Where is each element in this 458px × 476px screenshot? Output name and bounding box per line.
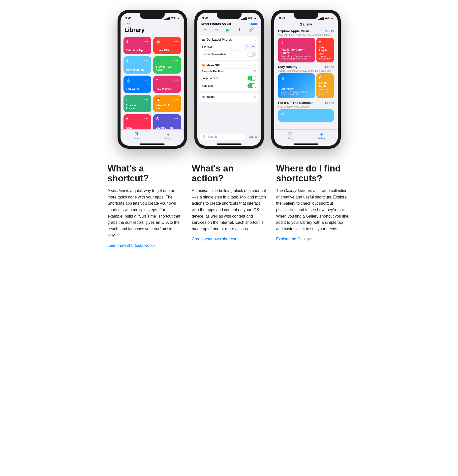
search-placeholder: Search [208, 135, 217, 139]
section-sub-music: Play your tunes & discover more of Apple… [278, 34, 334, 36]
tile-dots-5: ••• [144, 78, 149, 82]
wifi-icon-1: WiFi [171, 17, 176, 20]
card-sub-water: Keep track of daily intake by adding it … [281, 91, 312, 96]
action-tweet-title: 🐦 Tweet [202, 95, 215, 99]
action-list: 📷 Get Latest Photos ✕ 5 Photos − + [197, 36, 261, 132]
section-title-music: Explore Apple Music [278, 29, 310, 33]
action-row-seconds: Seconds Per Photo 0.2 [202, 68, 256, 74]
stepper-plus[interactable]: + [250, 44, 256, 49]
heading-gallery: Where do I find shortcuts? [276, 164, 351, 183]
status-time-1: 9:41 [125, 16, 132, 20]
library-tab-icon-3: ⊞ [288, 131, 292, 137]
action-editor-toolbar: ↩ ↪ ▶ ⬆ 🔗 [200, 26, 258, 34]
gallery-cards-health: 💧 Log Water Keep track of daily intake b… [278, 73, 334, 98]
done-button[interactable]: Done [250, 22, 258, 26]
loop-toggle[interactable] [247, 76, 256, 81]
link-gallery[interactable]: Explore the Gallery › [276, 237, 312, 241]
card-log-water[interactable]: 💧 Log Water Keep track of daily intake b… [278, 73, 315, 98]
battery-icon-3: ■ [331, 17, 333, 20]
action-row-loop: Loop Forever [202, 74, 256, 82]
tile-dots-6: ••• [174, 78, 179, 82]
action-row-screenshots: Include Screenshots [202, 50, 256, 58]
autosize-toggle[interactable] [247, 83, 256, 88]
card-icon-album: ♫ [281, 40, 312, 45]
tweet-icon: 🐦 [202, 95, 206, 99]
tile-label-news: Browse Top News [156, 65, 179, 71]
action-get-latest-title: 📷 Get Latest Photos [202, 38, 232, 41]
tab-library-gallery[interactable]: ⊞ Library [274, 131, 306, 140]
remove-action-2[interactable]: ✕ [253, 63, 256, 67]
see-all-music[interactable]: See All [325, 30, 334, 33]
status-time-3: 9:41 [279, 16, 286, 20]
tile-download-file[interactable]: ⬇••• Download File [123, 56, 151, 74]
section-header-music: Explore Apple Music See All [278, 29, 334, 33]
tile-label-calculate: Calculate Tip [126, 49, 149, 52]
signal-icon-3: ▂▄▆ [318, 17, 324, 20]
search-bar[interactable]: 🔍 Search [200, 134, 246, 140]
link-button[interactable]: 🔗 [249, 27, 254, 33]
tile-icon-aww: ♥ [126, 117, 128, 121]
tab-library[interactable]: ⊞ Library [121, 131, 152, 140]
share-button[interactable]: ⬆ [238, 27, 241, 33]
action-get-latest-photos: 📷 Get Latest Photos ✕ 5 Photos − + [199, 36, 259, 60]
gallery-tab-icon-3: ◈ [320, 131, 324, 137]
tab-gallery-gallery[interactable]: ◈ Gallery [306, 131, 338, 140]
tile-home-eta[interactable]: 🏠••• Home ETA [153, 37, 181, 54]
card-sub-album: Takes album of current track & starts pl… [281, 55, 312, 60]
tile-dots-4: ••• [174, 59, 179, 63]
tile-icon-download: ⬇ [126, 59, 129, 63]
gallery-header: Gallery [274, 21, 338, 28]
edit-button[interactable]: Edit [124, 22, 130, 26]
heading-action: What's an action? [192, 164, 266, 183]
status-icons-2: ▂▄▆ WiFi ■ [241, 17, 256, 20]
action-make-gif: 🎨 Make GIF ✕ Seconds Per Photo 0.2 Loop … [199, 61, 259, 91]
tile-icon-portrait: ◻ [126, 97, 129, 102]
card-calendar[interactable]: ✉ [278, 109, 334, 122]
photos-stepper[interactable]: − + [244, 44, 256, 49]
tile-laundry-timer[interactable]: ⏱••• Laundry Timer [153, 114, 181, 129]
tile-when-do-i-need[interactable]: ⏰••• When Do I Need... [153, 95, 181, 112]
gallery-tab-label: Gallery [164, 137, 172, 140]
link-shortcut[interactable]: Learn how shortcuts work › [108, 243, 155, 248]
card-brush-teeth[interactable]: ⏱ Brush Teeth Make sure you minutes in w… [316, 73, 334, 98]
search-cancel-button[interactable]: Cancel [247, 135, 258, 139]
gallery-section-music: Explore Apple Music See All Play your tu… [276, 28, 336, 63]
tile-icon-water: 💧 [126, 78, 131, 83]
section-sub-calendar: Stay on top of your schedule. [278, 105, 334, 108]
tile-browse-news[interactable]: 🌐••• Browse Top News [153, 56, 181, 74]
card-title-water: Log Water [281, 87, 312, 90]
tile-dots-7: ••• [144, 97, 149, 101]
signal-icon-1: ▂▄▆ [164, 17, 170, 20]
see-all-calendar[interactable]: See All [325, 101, 334, 104]
section-title-health: Stay Healthy [278, 65, 298, 69]
undo-button[interactable]: ↩ [204, 27, 207, 33]
gif-icon: 🎨 [202, 64, 206, 67]
home-indicator-3 [294, 143, 318, 145]
tile-share-portrait[interactable]: ◻••• Share A Portrait... [123, 95, 151, 112]
tile-calculate-tip[interactable]: $••• Calculate Tip [123, 37, 151, 54]
status-time-2: 9:41 [202, 16, 209, 20]
seconds-value: 0.2 [252, 70, 256, 73]
add-button[interactable]: + [178, 22, 180, 26]
card-play-playlist[interactable]: ≡ Play Playlist Start playing immediatel… [316, 38, 334, 62]
link-action[interactable]: Create your own shortcut › [192, 237, 239, 241]
library-edit-row: Edit + [124, 22, 180, 26]
tab-gallery[interactable]: ◈ Gallery [152, 131, 184, 140]
see-all-health[interactable]: See All [325, 65, 334, 68]
tile-label-playlist: Play Playlist [156, 87, 179, 90]
body-gallery: The Gallery features a curated collectio… [276, 188, 351, 232]
home-indicator-2 [217, 143, 242, 145]
tile-log-water[interactable]: 💧••• Log Water [123, 76, 151, 93]
phone-action-screen: 9:41 ▂▄▆ WiFi ■ Tweet Photos As GIF Done… [197, 13, 261, 146]
tile-icon-laundry: ⏱ [156, 117, 160, 121]
tile-play-playlist[interactable]: ≡••• Play Playlist [153, 76, 181, 93]
redo-button[interactable]: ↪ [215, 27, 218, 33]
tile-aww[interactable]: ♥••• Aww [123, 114, 151, 129]
remove-action-1[interactable]: ✕ [253, 38, 256, 42]
screenshots-toggle[interactable] [247, 52, 256, 57]
card-play-album[interactable]: ♫ Play Entire Current Album Takes album … [278, 38, 315, 62]
stepper-minus[interactable]: − [244, 44, 250, 49]
play-button[interactable]: ▶ [226, 27, 230, 33]
remove-action-3[interactable]: ✕ [253, 95, 256, 99]
signal-icon-2: ▂▄▆ [241, 17, 247, 20]
